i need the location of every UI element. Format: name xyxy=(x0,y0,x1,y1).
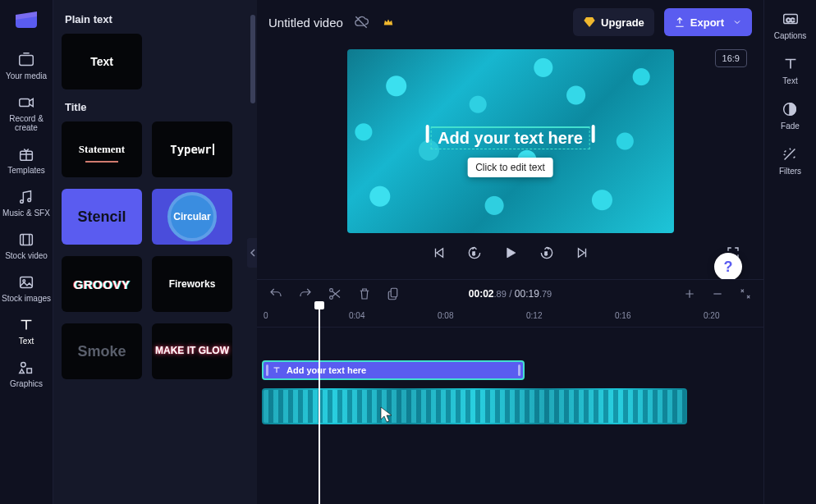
timecode-display: 00:02.89 / 00:19.79 xyxy=(469,288,552,300)
tile-fireworks[interactable]: Fireworks xyxy=(152,256,232,312)
nav-templates[interactable]: Templates xyxy=(0,139,53,181)
tile-statement[interactable]: Statement xyxy=(62,121,142,177)
nav-music-sfx[interactable]: Music & SFX xyxy=(0,181,53,224)
project-title[interactable]: Untitled video xyxy=(268,16,343,30)
svg-rect-9 xyxy=(27,369,31,373)
chevron-left-icon xyxy=(250,249,256,257)
play-icon[interactable] xyxy=(502,245,519,261)
left-nav: Your media Record & create Templates Mus… xyxy=(0,0,53,504)
clip-label: Add your text here xyxy=(287,365,366,375)
cloud-off-icon[interactable] xyxy=(353,14,369,30)
text-panel: Plain text Text Title Statement Typewr S… xyxy=(53,0,257,504)
svg-point-8 xyxy=(21,363,25,368)
section-title: Title xyxy=(65,101,249,113)
nav-your-media[interactable]: Your media xyxy=(0,44,53,87)
nav-record-create[interactable]: Record & create xyxy=(0,87,53,139)
app-root: Your media Record & create Templates Mus… xyxy=(0,0,816,504)
fit-icon[interactable] xyxy=(739,287,752,300)
ruler-tick: 0:20 xyxy=(704,311,719,320)
tile-plain-text[interactable]: Text xyxy=(62,34,142,89)
app-logo-icon xyxy=(12,7,40,30)
svg-text:5: 5 xyxy=(472,251,474,256)
right-tools: CC Captions Text Fade Filters xyxy=(763,0,816,504)
nav-text[interactable]: Text xyxy=(0,309,53,352)
playhead[interactable] xyxy=(319,308,320,504)
forward-5-icon[interactable]: 5 xyxy=(539,245,555,261)
undo-icon[interactable] xyxy=(268,286,283,301)
skip-start-icon[interactable] xyxy=(432,245,447,260)
help-button[interactable]: ? xyxy=(714,253,742,281)
tile-smoke[interactable]: Smoke xyxy=(62,323,142,379)
nav-label: Your media xyxy=(6,71,47,80)
nav-label: Templates xyxy=(7,166,45,175)
panel-collapse-button[interactable] xyxy=(247,238,257,268)
transport-controls: 5 5 xyxy=(257,238,763,268)
nav-label: Record & create xyxy=(0,114,53,132)
svg-rect-1 xyxy=(20,99,30,106)
nav-label: Stock video xyxy=(5,251,48,260)
video-clip[interactable] xyxy=(262,388,687,424)
tool-label: Fade xyxy=(781,121,800,131)
timeline: 00:02.89 / 00:19.79 0 0:04 0:08 0:12 0:1… xyxy=(257,279,763,504)
rewind-5-icon[interactable]: 5 xyxy=(466,245,483,261)
svg-rect-0 xyxy=(20,56,34,66)
tile-circular[interactable]: Circular xyxy=(152,189,232,245)
main-area: Untitled video Upgrade Export 16:9 Add y… xyxy=(257,0,763,504)
nav-graphics[interactable]: Graphics xyxy=(0,352,53,395)
delete-icon[interactable] xyxy=(357,286,372,301)
svg-text:5: 5 xyxy=(544,251,547,256)
clip-handle-right[interactable] xyxy=(518,364,520,376)
text-clip[interactable]: Add your text here xyxy=(262,360,525,380)
tool-label: Captions xyxy=(774,31,806,40)
nav-label: Music & SFX xyxy=(2,208,50,218)
svg-rect-14 xyxy=(391,288,397,297)
tile-make-it-glow[interactable]: MAKE IT GLOW xyxy=(152,323,232,379)
overlay-text-content: Add your text here xyxy=(438,129,583,147)
split-icon[interactable] xyxy=(328,286,342,301)
tool-label: Text xyxy=(782,76,797,85)
premium-crown-icon xyxy=(383,16,394,28)
section-plain-text: Plain text xyxy=(65,13,249,25)
tile-stencil[interactable]: Stencil xyxy=(62,189,142,245)
skip-end-icon[interactable] xyxy=(575,245,589,260)
topbar: Untitled video Upgrade Export xyxy=(257,0,763,44)
nav-stock-images[interactable]: Stock images xyxy=(0,267,53,309)
svg-point-13 xyxy=(330,296,333,300)
clip-handle-left[interactable] xyxy=(266,364,268,376)
ruler-tick: 0 xyxy=(264,311,268,320)
upgrade-button[interactable]: Upgrade xyxy=(573,8,654,36)
text-overlay[interactable]: Add your text here xyxy=(430,126,590,149)
zoom-out-icon[interactable] xyxy=(711,287,724,300)
export-button[interactable]: Export xyxy=(664,8,752,36)
tile-typewriter[interactable]: Typewr xyxy=(152,121,232,177)
ruler-tick: 0:04 xyxy=(349,311,364,320)
tool-captions[interactable]: CC Captions xyxy=(774,10,806,40)
tool-fade[interactable]: Fade xyxy=(781,100,800,131)
svg-point-3 xyxy=(21,200,24,204)
diamond-icon xyxy=(583,16,596,29)
nav-label: Graphics xyxy=(10,379,43,388)
duplicate-icon[interactable] xyxy=(387,286,401,301)
panel-scrollbar[interactable] xyxy=(250,15,255,103)
svg-point-4 xyxy=(28,199,31,202)
ruler-tick: 0:16 xyxy=(615,311,630,320)
tool-label: Filters xyxy=(779,167,801,176)
preview-area: 16:9 Add your text here Click to edit te… xyxy=(257,44,763,279)
timeline-ruler[interactable]: 0 0:04 0:08 0:12 0:16 0:20 xyxy=(257,308,763,328)
timeline-tracks[interactable]: Add your text here xyxy=(257,328,763,504)
preview-canvas[interactable]: Add your text here Click to edit text xyxy=(347,49,674,233)
ruler-tick: 0:12 xyxy=(526,311,542,320)
clip-thumbnails xyxy=(264,390,685,423)
tool-filters[interactable]: Filters xyxy=(779,145,801,176)
redo-icon[interactable] xyxy=(298,286,313,301)
zoom-in-icon[interactable] xyxy=(683,287,696,300)
nav-stock-video[interactable]: Stock video xyxy=(0,224,53,267)
chevron-down-icon xyxy=(732,17,742,27)
svg-point-12 xyxy=(330,289,333,292)
upload-icon xyxy=(674,16,685,28)
tool-text[interactable]: Text xyxy=(782,55,800,85)
tile-groovy[interactable]: GROOVY xyxy=(62,256,142,312)
aspect-ratio-button[interactable]: 16:9 xyxy=(715,49,747,67)
nav-label: Stock images xyxy=(2,294,51,303)
ruler-tick: 0:08 xyxy=(438,311,453,320)
